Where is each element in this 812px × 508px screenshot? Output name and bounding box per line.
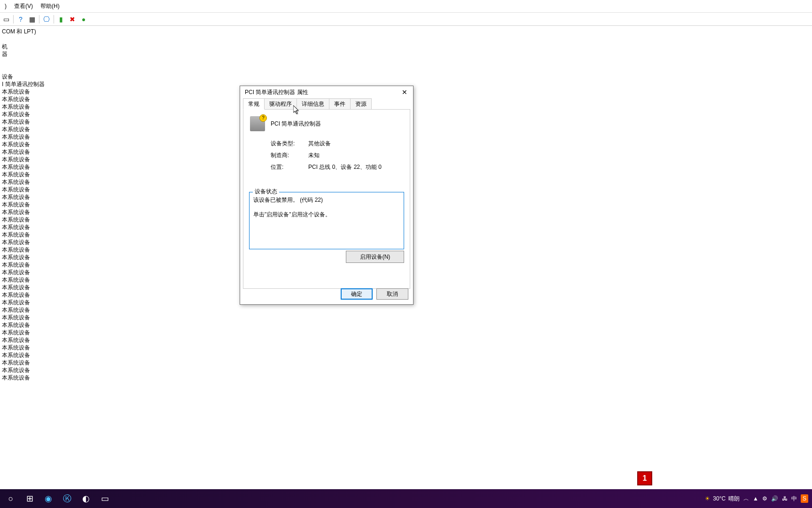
- tree-node[interactable]: COM 和 LPT): [0, 28, 812, 35]
- tree-category[interactable]: 设备: [0, 73, 812, 80]
- tree-node[interactable]: 器: [0, 50, 812, 58]
- help-icon[interactable]: ?: [16, 14, 26, 24]
- dialog-tabs: 常规 驱动程序 详细信息 事件 资源: [243, 98, 410, 110]
- toolbar-separator: [13, 15, 14, 24]
- tray-icon-sogou[interactable]: S: [801, 494, 808, 503]
- ime-indicator[interactable]: 中: [791, 495, 797, 503]
- taskbar: ○ ⊞ ◉ Ⓚ ◐ ▭ ☀ 30°C 晴朗 ︿ ▲ ⚙ 🔊 🖧 中 S: [0, 489, 812, 508]
- tree-node[interactable]: 机: [0, 43, 812, 50]
- menubar: ) 查看(V) 帮助(H): [0, 0, 812, 13]
- status-textbox[interactable]: [249, 192, 404, 249]
- prop-loc-val: PCI 总线 0、设备 22、功能 0: [308, 163, 403, 171]
- monitor-icon[interactable]: 🖵: [41, 14, 52, 24]
- prop-loc-key: 位置:: [271, 163, 308, 171]
- toolbar-btn-1[interactable]: ▭: [1, 14, 11, 24]
- properties-dialog: PCI 简单通讯控制器 属性 ✕ 常规 驱动程序 详细信息 事件 资源 PCI …: [240, 86, 414, 305]
- prop-type-val: 其他设备: [308, 140, 403, 148]
- device-properties: 设备类型:其他设备 制造商:未知 位置:PCI 总线 0、设备 22、功能 0: [271, 140, 403, 171]
- device-icon: [250, 116, 265, 131]
- tab-general[interactable]: 常规: [243, 98, 265, 110]
- toolbar-separator: [39, 15, 39, 24]
- properties-icon[interactable]: ▦: [27, 14, 37, 24]
- volume-icon[interactable]: 🔊: [771, 495, 778, 502]
- temperature: 30°C: [713, 495, 726, 502]
- prop-mfr-key: 制造商:: [271, 151, 308, 159]
- scan-icon[interactable]: ▮: [56, 14, 66, 24]
- system-tray[interactable]: ︿ ▲ ⚙ 🔊 🖧 中 S: [743, 494, 808, 503]
- tree-node-sys[interactable]: 本系统设备: [0, 344, 812, 351]
- network-icon[interactable]: 🖧: [782, 495, 788, 502]
- menu-help[interactable]: 帮助(H): [37, 0, 63, 12]
- toolbar: ▭ ? ▦ 🖵 ▮ ✖ ●: [0, 13, 812, 26]
- dialog-title: PCI 简单通讯控制器 属性: [245, 88, 308, 96]
- tab-resources[interactable]: 资源: [350, 98, 372, 110]
- enable-device-button[interactable]: 启用设备(N): [346, 251, 404, 263]
- chevron-up-icon[interactable]: ︿: [743, 495, 749, 503]
- tab-details[interactable]: 详细信息: [297, 98, 329, 110]
- menu-a[interactable]: ): [1, 1, 10, 11]
- prop-type-key: 设备类型:: [271, 140, 308, 148]
- taskbar-app-3[interactable]: ◐: [77, 490, 95, 507]
- tree-node-sys[interactable]: 本系统设备: [0, 374, 812, 381]
- ok-button[interactable]: 确定: [341, 288, 373, 300]
- tree-node-sys[interactable]: 本系统设备: [0, 359, 812, 366]
- tray-icon[interactable]: ▲: [753, 495, 758, 502]
- disable-icon[interactable]: ✖: [67, 14, 78, 24]
- taskbar-app-edge[interactable]: ◉: [39, 490, 57, 507]
- dialog-titlebar: PCI 简单通讯控制器 属性 ✕: [240, 86, 413, 98]
- close-icon[interactable]: ✕: [399, 87, 410, 97]
- tab-events[interactable]: 事件: [329, 98, 351, 110]
- tree-node-sys[interactable]: 本系统设备: [0, 336, 812, 344]
- prop-mfr-val: 未知: [308, 151, 403, 159]
- tab-driver[interactable]: 驱动程序: [264, 98, 297, 110]
- tab-panel: PCI 简单通讯控制器 设备类型:其他设备 制造商:未知 位置:PCI 总线 0…: [243, 109, 410, 289]
- cancel-button[interactable]: 取消: [376, 288, 408, 300]
- toolbar-separator: [54, 15, 54, 24]
- notification-badge[interactable]: 1: [637, 471, 652, 485]
- tree-node-sys[interactable]: 本系统设备: [0, 329, 812, 336]
- tree-node-sys[interactable]: 本系统设备: [0, 351, 812, 359]
- sun-icon: ☀: [705, 495, 710, 502]
- enable-icon[interactable]: ●: [78, 14, 89, 24]
- start-button[interactable]: ○: [2, 490, 20, 507]
- menu-view[interactable]: 查看(V): [10, 0, 37, 12]
- device-name: PCI 简单通讯控制器: [271, 120, 321, 128]
- tree-node-sys[interactable]: 本系统设备: [0, 321, 812, 329]
- tree-node-sys[interactable]: 本系统设备: [0, 306, 812, 314]
- tree-node-sys[interactable]: 本系统设备: [0, 314, 812, 321]
- status-label: 设备状态: [253, 188, 279, 196]
- tree-node-sys[interactable]: 本系统设备: [0, 366, 812, 374]
- tray-icon[interactable]: ⚙: [762, 495, 767, 502]
- taskbar-app-4[interactable]: ▭: [96, 490, 114, 507]
- weather-widget[interactable]: ☀ 30°C 晴朗: [705, 495, 740, 503]
- weather-text: 晴朗: [728, 495, 740, 503]
- task-view-icon[interactable]: ⊞: [21, 490, 39, 507]
- taskbar-app-2[interactable]: Ⓚ: [58, 490, 76, 507]
